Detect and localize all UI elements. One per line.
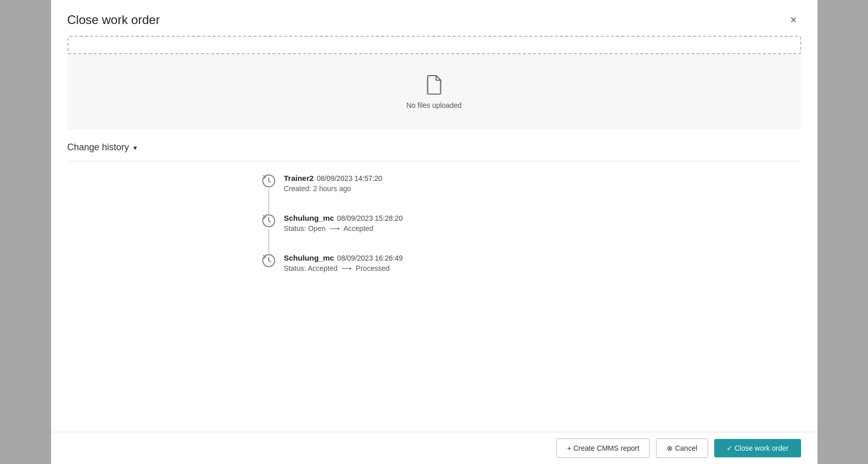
create-cmms-button[interactable]: + Create CMMS report <box>556 438 650 458</box>
timeline-content: Trainer208/09/2023 14:57:20Created: 2 ho… <box>284 174 801 209</box>
chevron-down-icon: ▾ <box>133 144 137 152</box>
close-order-button[interactable]: ✓ Close work order <box>714 439 801 457</box>
close-order-label: ✓ Close work order <box>726 444 789 452</box>
history-icon <box>262 253 276 268</box>
timeline-item: Schulung_mc08/09/2023 15:28:20Status: Op… <box>262 214 801 253</box>
timeline-detail: Created: 2 hours ago <box>284 184 801 193</box>
arrow-icon: ⟶ <box>330 224 340 233</box>
timeline-header-row: Trainer208/09/2023 14:57:20 <box>284 174 801 182</box>
section-divider <box>67 161 801 161</box>
timeline-header-row: Schulung_mc08/09/2023 16:26:49 <box>284 253 801 262</box>
modal-title: Close work order <box>67 13 160 27</box>
modal-body: No files uploaded Change history ▾ Train… <box>51 36 817 432</box>
timeline-icon-col <box>262 253 276 268</box>
timeline-date: 08/09/2023 15:28:20 <box>337 214 403 222</box>
timeline-connector <box>268 229 269 253</box>
timeline: Trainer208/09/2023 14:57:20Created: 2 ho… <box>67 174 801 309</box>
change-history-title: Change history <box>67 142 129 153</box>
timeline-icon-col <box>262 214 276 253</box>
cancel-label: ⊗ Cancel <box>667 444 697 452</box>
modal-footer: + Create CMMS report ⊗ Cancel ✓ Close wo… <box>51 432 817 464</box>
timeline-user: Trainer2 <box>284 174 314 182</box>
modal-overlay: Close work order × No files <box>0 0 868 464</box>
history-icon <box>262 174 276 188</box>
timeline-icon-col <box>262 174 276 214</box>
timeline-user: Schulung_mc <box>284 253 334 262</box>
upload-zone[interactable]: No files uploaded <box>67 54 801 130</box>
create-cmms-label: + Create CMMS report <box>567 444 639 452</box>
timeline-connector <box>268 189 269 214</box>
close-button[interactable]: × <box>786 12 801 28</box>
modal-container: Close work order × No files <box>51 0 817 464</box>
timeline-user: Schulung_mc <box>284 214 334 222</box>
upload-zone-wrapper: No files uploaded <box>67 36 801 130</box>
arrow-icon: ⟶ <box>341 264 351 272</box>
timeline-detail: Status: Open ⟶ Accepted <box>284 224 801 233</box>
no-files-label: No files uploaded <box>406 101 461 109</box>
timeline-content: Schulung_mc08/09/2023 16:26:49Status: Ac… <box>284 253 801 289</box>
cancel-button[interactable]: ⊗ Cancel <box>656 438 708 458</box>
history-icon <box>262 214 276 228</box>
timeline-content: Schulung_mc08/09/2023 15:28:20Status: Op… <box>284 214 801 249</box>
change-history-toggle[interactable]: Change history ▾ <box>67 142 801 153</box>
no-files-icon <box>425 75 443 95</box>
change-history-section: Change history ▾ Trainer208/09/2023 14:5… <box>67 142 801 309</box>
upload-zone-dashed-border <box>67 36 801 54</box>
timeline-header-row: Schulung_mc08/09/2023 15:28:20 <box>284 214 801 222</box>
timeline-item: Trainer208/09/2023 14:57:20Created: 2 ho… <box>262 174 801 214</box>
timeline-date: 08/09/2023 14:57:20 <box>317 174 382 182</box>
timeline-item: Schulung_mc08/09/2023 16:26:49Status: Ac… <box>262 253 801 289</box>
modal-header: Close work order × <box>51 0 817 36</box>
timeline-detail: Status: Accepted ⟶ Processed <box>284 264 801 272</box>
timeline-date: 08/09/2023 16:26:49 <box>337 254 403 262</box>
